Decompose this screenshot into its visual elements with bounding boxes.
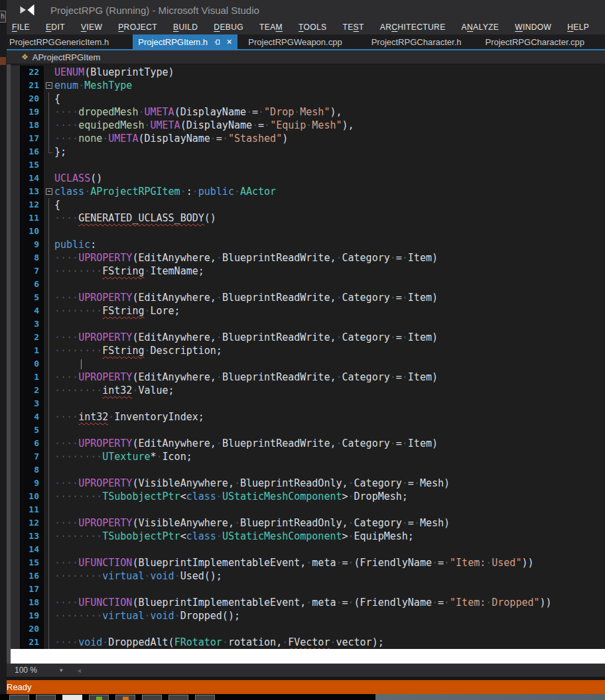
code-text[interactable]: ········FString·Description;	[54, 344, 605, 357]
code-text[interactable]	[54, 503, 605, 516]
code-text[interactable]: ········virtual·void·Used();	[54, 569, 605, 583]
code-text[interactable]: };	[54, 145, 605, 158]
code-text[interactable]: ····UPROPERTY(EditAnywhere,·BlueprintRea…	[54, 251, 605, 264]
breakpoint-margin[interactable]	[11, 225, 20, 238]
breakpoint-margin[interactable]	[11, 66, 20, 79]
tab-projectrpggenericitem.h[interactable]: ProjectRPGGenericItem.h	[7, 34, 115, 49]
breadcrumb[interactable]: AProjectRPGItem	[33, 52, 101, 62]
code-text[interactable]: class·AProjectRPGItem·:·public·AActor	[54, 185, 605, 198]
breakpoint-margin[interactable]	[11, 556, 20, 569]
code-text[interactable]: ········virtual·void·Dropped();	[54, 609, 605, 622]
collapse-toggle-icon[interactable]	[44, 79, 54, 92]
breakpoint-margin[interactable]	[11, 211, 20, 225]
breakpoint-margin[interactable]	[11, 516, 20, 530]
breakpoint-margin[interactable]	[11, 318, 20, 331]
code-text[interactable]	[54, 318, 605, 331]
menu-item-build[interactable]: BUILD	[173, 23, 198, 32]
code-text[interactable]: ········FString·Lore;	[54, 304, 605, 318]
taskbar-icon[interactable]	[36, 695, 56, 700]
breakpoint-margin[interactable]	[11, 278, 20, 291]
menu-item-debug[interactable]: DEBUG	[214, 23, 243, 32]
breakpoint-margin[interactable]	[11, 530, 20, 543]
code-text[interactable]	[54, 397, 605, 410]
code-text[interactable]: ····UPROPERTY(VisibleAnywhere,·Blueprint…	[54, 477, 605, 490]
tab-projectrpgweapon.cpp[interactable]: ProjectRPGWeapon.cpp	[241, 34, 348, 49]
code-text[interactable]	[54, 357, 605, 371]
menu-item-test[interactable]: TEST	[342, 23, 364, 32]
breakpoint-margin[interactable]	[11, 92, 20, 105]
menu-item-architecture[interactable]: ARCHITECTURE	[380, 23, 446, 32]
breakpoint-margin[interactable]	[11, 371, 20, 384]
menu-item-analyze[interactable]: ANALYZE	[462, 23, 500, 32]
code-text[interactable]: UENUM(BlueprintType)	[54, 66, 605, 79]
menu-item-edit[interactable]: EDIT	[46, 23, 65, 32]
navigation-bar[interactable]: ❖ AProjectRPGItem	[7, 50, 605, 64]
code-text[interactable]: ····UFUNCTION(BlueprintImplementableEven…	[54, 596, 605, 609]
code-text[interactable]: ····UPROPERTY(EditAnywhere,·BlueprintRea…	[54, 291, 605, 304]
code-text[interactable]: ····UPROPERTY(EditAnywhere,·BlueprintRea…	[54, 331, 605, 344]
breakpoint-margin[interactable]	[11, 463, 20, 477]
collapse-toggle-icon[interactable]	[44, 185, 54, 198]
menu-item-team[interactable]: TEAM	[259, 23, 283, 32]
code-text[interactable]: ····void·DroppedAlt(FRotator·rotation,·F…	[54, 636, 605, 649]
code-text[interactable]: ········int32·Value;	[54, 384, 605, 397]
breakpoint-margin[interactable]	[11, 384, 20, 397]
menu-item-tools[interactable]: TOOLS	[299, 23, 326, 32]
code-text[interactable]: ····equipedMesh·UMETA(DisplayName·=·"Equ…	[54, 119, 605, 132]
breakpoint-margin[interactable]	[11, 172, 20, 185]
close-icon[interactable]: ✕	[226, 38, 232, 46]
pin-icon[interactable]	[214, 38, 221, 46]
code-text[interactable]: {	[54, 92, 605, 105]
breakpoint-margin[interactable]	[11, 636, 20, 649]
breakpoint-margin[interactable]	[11, 477, 20, 490]
breakpoint-margin[interactable]	[11, 357, 20, 371]
menu-item-help[interactable]: HELP	[567, 23, 589, 32]
breakpoint-margin[interactable]	[11, 79, 20, 92]
breakpoint-margin[interactable]	[11, 450, 20, 463]
code-text[interactable]: ····UPROPERTY(EditAnywhere,·BlueprintRea…	[54, 371, 605, 384]
taskbar-icon[interactable]	[168, 695, 188, 700]
breakpoint-margin[interactable]	[11, 185, 20, 198]
tab-projectrpgitem.h[interactable]: ProjectRPGItem.h✕	[133, 34, 237, 49]
breakpoint-margin[interactable]	[11, 119, 20, 132]
breakpoint-margin[interactable]	[11, 264, 20, 278]
code-text[interactable]: ····dropedMesh·UMETA(DisplayName·=·"Drop…	[54, 105, 605, 119]
taskbar-icon[interactable]	[115, 695, 135, 700]
code-text[interactable]: ········FString·ItemName;	[54, 264, 605, 278]
breakpoint-margin[interactable]	[11, 609, 20, 622]
taskbar-icon[interactable]	[195, 695, 215, 700]
code-text[interactable]: UCLASS()	[54, 172, 605, 185]
tab-projectrpgcharacter.cpp[interactable]: ProjectRPGCharacter.cpp	[479, 34, 592, 49]
code-text[interactable]	[54, 622, 605, 636]
menu-item-project[interactable]: PROJECT	[118, 23, 157, 32]
zoom-dropdown-icon[interactable]: ▾	[60, 667, 63, 673]
breakpoint-margin[interactable]	[11, 437, 20, 450]
code-text[interactable]: ········UTexture*·Icon;	[54, 450, 605, 463]
code-editor[interactable]: 22UENUM(BlueprintType)21enum·MeshType20{…	[7, 64, 605, 664]
breakpoint-margin[interactable]	[11, 105, 20, 119]
menu-item-file[interactable]: FILE	[12, 23, 30, 32]
hscroll-left-arrow-icon[interactable]: ◂	[78, 666, 82, 675]
breakpoint-margin[interactable]	[11, 344, 20, 357]
code-text[interactable]	[54, 158, 605, 172]
code-text[interactable]	[54, 424, 605, 437]
code-text[interactable]: ····UPROPERTY(VisibleAnywhere,·Blueprint…	[54, 516, 605, 530]
breakpoint-margin[interactable]	[11, 132, 20, 145]
code-text[interactable]: ····none·UMETA(DisplayName·=·"Stashed")	[54, 132, 605, 145]
breakpoint-margin[interactable]	[11, 503, 20, 516]
breakpoint-margin[interactable]	[11, 145, 20, 158]
zoom-level-value[interactable]: 100 %	[15, 666, 37, 675]
breakpoint-margin[interactable]	[11, 569, 20, 583]
code-text[interactable]: {	[54, 198, 605, 211]
code-text[interactable]	[54, 583, 605, 596]
code-text[interactable]: public:	[54, 238, 605, 251]
code-text[interactable]	[54, 543, 605, 556]
code-text[interactable]: ····UFUNCTION(BlueprintImplementableEven…	[54, 556, 605, 569]
taskbar-icon[interactable]	[62, 695, 82, 700]
code-text[interactable]: ····int32·InventoryIndex;	[54, 410, 605, 424]
tab-projectrpgcharacter.h[interactable]: ProjectRPGCharacter.h	[365, 34, 468, 49]
code-text[interactable]: ········TSubobjectPtr<class·UStaticMeshC…	[54, 530, 605, 543]
breakpoint-margin[interactable]	[11, 251, 20, 264]
breakpoint-margin[interactable]	[11, 424, 20, 437]
code-text[interactable]: enum·MeshType	[54, 79, 605, 92]
